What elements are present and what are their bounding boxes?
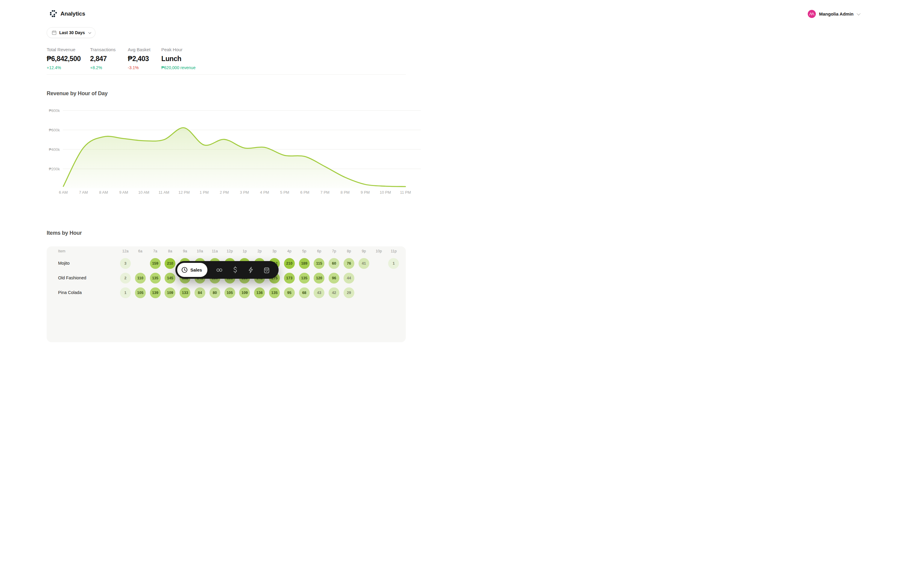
heatmap-cell: 139	[150, 288, 161, 294]
heatmap-cell: 145	[165, 273, 175, 283]
heatmap-cell: 135	[269, 288, 280, 294]
x-axis-tick: 2 PM	[220, 190, 229, 195]
heatmap-cell: 133	[179, 288, 191, 294]
column-header-hour: 6a	[134, 249, 146, 253]
column-header-item: Item	[58, 249, 65, 253]
heatmap-cell: 120	[314, 273, 324, 283]
heatmap-cell: 1	[120, 288, 131, 294]
heatmap-cell: 43	[314, 288, 324, 294]
column-header-hour: 4p	[283, 249, 295, 253]
kpi-value: ₱2,403	[128, 55, 161, 63]
column-header-hour: 10a	[194, 249, 206, 253]
heatmap-cell: 96	[329, 273, 340, 283]
x-axis-tick: 6 PM	[300, 190, 309, 195]
kpi-peak-hour: Peak HourLunch₱620,000 revenue	[161, 47, 227, 70]
column-header-hour: 8a	[164, 249, 176, 253]
date-range-label: Last 30 Days	[59, 30, 85, 35]
heatmap-cell: 189	[299, 258, 310, 269]
heatmap-cell: 44	[344, 273, 354, 283]
x-axis-tick: 9 AM	[119, 190, 128, 195]
heatmap-cell: 173	[284, 273, 295, 283]
column-header-hour: 5p	[298, 249, 310, 253]
column-header-hour: 1p	[238, 249, 251, 253]
column-header-hour: 12a	[119, 249, 132, 253]
revenue-chart-title: Revenue by Hour of Day	[47, 91, 108, 97]
kpi-label: Total Revenue	[47, 47, 90, 52]
kpi-label: Peak Hour	[161, 47, 227, 52]
bag-icon[interactable]	[263, 266, 270, 274]
heatmap-cell: 135	[299, 273, 310, 283]
heatmap-cell: 105	[224, 288, 235, 294]
calendar-icon	[52, 30, 57, 35]
chevron-down-icon	[88, 31, 91, 34]
x-axis-tick: 11 PM	[400, 190, 411, 195]
revenue-by-hour-chart: ₱800k₱600k₱400k₱200k 6 AM7 AM8 AM9 AM10 …	[45, 106, 431, 199]
heatmap-cell: 68	[299, 288, 310, 294]
heatmap-cell: 80	[210, 288, 220, 294]
heatmap-cell: 109	[239, 288, 250, 294]
kpi-delta: +12.4%	[47, 65, 90, 70]
x-axis-tick: 6 AM	[59, 190, 68, 195]
dollar-icon[interactable]	[231, 266, 239, 274]
bolt-icon[interactable]	[247, 266, 255, 274]
heatmap-cell: 109	[165, 288, 175, 294]
heatmap-cell: 84	[195, 288, 205, 294]
kpi-row: Total Revenue₱6,842,500+12.4%Transaction…	[47, 47, 227, 70]
x-axis-tick: 5 PM	[280, 190, 289, 195]
metric-sales-button[interactable]: Sales	[177, 263, 207, 277]
x-axis-tick: 12 PM	[178, 190, 190, 195]
kpi-transactions: Transactions2,847+8.2%	[90, 47, 128, 70]
heatmap-cell: 3	[120, 258, 131, 269]
loop-icon[interactable]	[216, 266, 223, 274]
heatmap-cell: 42	[329, 288, 340, 294]
metric-dock: Sales	[175, 261, 279, 279]
kpi-total-revenue: Total Revenue₱6,842,500+12.4%	[47, 47, 90, 70]
column-header-hour: 8p	[343, 249, 355, 253]
column-header-hour: 7p	[328, 249, 340, 253]
column-header-hour: 7a	[149, 249, 161, 253]
heatmap-cell: 135	[150, 273, 161, 283]
kpi-delta: +8.2%	[90, 65, 128, 70]
kpi-avg-basket: Avg Basket₱2,403-3.1%	[128, 47, 161, 70]
heatmap-cell: 110	[135, 273, 146, 283]
column-header-hour: 12p	[224, 249, 236, 253]
x-axis-tick: 10 AM	[138, 190, 149, 195]
column-header-hour: 3p	[268, 249, 280, 253]
kpi-value: ₱6,842,500	[47, 55, 90, 63]
kpi-value: Lunch	[161, 55, 227, 63]
kpi-delta: ₱620,000 revenue	[161, 65, 227, 70]
column-header-hour: 11p	[387, 249, 400, 253]
item-row-label: Pina Colada	[58, 290, 82, 294]
kpi-delta: -3.1%	[128, 65, 161, 70]
heatmap-cell: 105	[135, 288, 146, 294]
clock-icon	[181, 267, 187, 273]
x-axis-tick: 1 PM	[200, 190, 209, 195]
column-header-hour: 10p	[373, 249, 385, 253]
kpi-value: 2,847	[90, 55, 128, 63]
page-title: Analytics	[60, 11, 85, 17]
item-row-label: Old Fashioned	[58, 275, 86, 280]
y-axis-tick: ₱600k	[49, 128, 60, 132]
y-axis-tick: ₱400k	[49, 147, 60, 152]
x-axis-tick: 9 PM	[360, 190, 370, 195]
kpi-label: Transactions	[90, 47, 128, 52]
date-range-button[interactable]: Last 30 Days	[47, 27, 95, 38]
column-header-hour: 6p	[313, 249, 325, 253]
x-axis-tick: 7 PM	[321, 190, 330, 195]
column-header-hour: 11a	[209, 249, 221, 253]
heatmap-cell: 210	[284, 258, 295, 269]
kpi-label: Avg Basket	[128, 47, 161, 52]
column-header-hour: 2p	[254, 249, 265, 253]
heatmap-cell: 41	[359, 258, 369, 269]
metric-sales-label: Sales	[191, 267, 202, 272]
items-by-hour-title: Items by Hour	[47, 230, 82, 236]
heatmap-cell: 136	[254, 288, 265, 294]
heatmap-cell: 29	[344, 288, 354, 294]
column-header-hour: 9a	[179, 249, 191, 253]
heatmap-cell: 115	[314, 258, 324, 269]
x-axis-tick: 11 AM	[159, 190, 169, 195]
y-axis-tick: ₱200k	[49, 167, 60, 171]
heatmap-cell: 210	[165, 258, 175, 269]
y-axis-tick: ₱800k	[49, 108, 60, 113]
heatmap-cell: 1	[388, 258, 399, 269]
